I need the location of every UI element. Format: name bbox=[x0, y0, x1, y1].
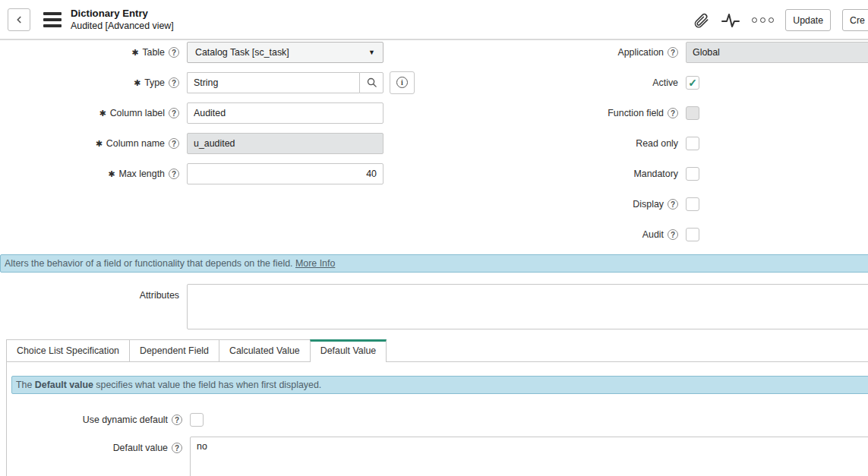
column-name-input bbox=[187, 133, 383, 154]
application-input bbox=[686, 42, 868, 63]
audit-row: Audit ? bbox=[383, 224, 868, 245]
help-icon[interactable]: ? bbox=[172, 415, 182, 425]
active-label: Active bbox=[652, 77, 678, 88]
display-checkbox[interactable] bbox=[686, 197, 699, 211]
attributes-row: Attributes bbox=[0, 284, 868, 329]
help-icon[interactable]: ? bbox=[668, 229, 678, 240]
max-length-row: ✱ Max length ? bbox=[0, 163, 383, 184]
max-length-label: Max length bbox=[118, 169, 165, 179]
column-label-row: ✱ Column label ? bbox=[0, 102, 383, 124]
attachment-button[interactable] bbox=[693, 12, 709, 29]
default-value-row: Default value ? no bbox=[11, 437, 868, 476]
search-icon bbox=[366, 77, 377, 88]
read-only-checkbox[interactable] bbox=[686, 137, 699, 150]
read-only-row: Read only bbox=[383, 133, 868, 154]
tab-choice-list-specification[interactable]: Choice List Specification bbox=[6, 339, 130, 361]
read-only-label: Read only bbox=[636, 138, 678, 149]
table-select[interactable]: Catalog Task [sc_task] ▼ bbox=[187, 42, 383, 63]
display-label: Display bbox=[633, 199, 664, 210]
table-select-value: Catalog Task [sc_task] bbox=[195, 47, 289, 58]
required-asterisk: ✱ bbox=[96, 140, 103, 148]
default-value-info-banner: The Default value specifies what value t… bbox=[11, 376, 868, 394]
help-icon[interactable]: ? bbox=[169, 138, 179, 149]
help-icon[interactable]: ? bbox=[172, 443, 182, 453]
column-name-row: ✱ Column name ? bbox=[0, 133, 383, 154]
chevron-left-icon bbox=[14, 14, 24, 25]
audit-label: Audit bbox=[642, 229, 664, 240]
type-row: ✱ Type ? i bbox=[0, 72, 383, 93]
help-icon[interactable]: ? bbox=[668, 199, 678, 210]
type-label: Type bbox=[144, 77, 165, 88]
column-name-label: Column name bbox=[106, 138, 165, 149]
more-info-link[interactable]: More Info bbox=[295, 258, 335, 269]
table-row: ✱ Table ? Catalog Task [sc_task] ▼ bbox=[0, 42, 383, 63]
more-options-button[interactable] bbox=[752, 17, 774, 23]
dictionary-form: ✱ Table ? Catalog Task [sc_task] ▼ ✱ Typ… bbox=[0, 40, 868, 254]
application-row: Application ? bbox=[383, 42, 868, 63]
chevron-down-icon: ▼ bbox=[368, 49, 375, 56]
help-icon[interactable]: ? bbox=[169, 169, 179, 179]
help-icon[interactable]: ? bbox=[169, 47, 179, 58]
function-field-label: Function field bbox=[608, 108, 664, 118]
more-options-icon bbox=[752, 17, 774, 23]
default-value-panel: The Default value specifies what value t… bbox=[6, 362, 868, 476]
banner-text: Alters the behavior of a field or functi… bbox=[5, 258, 293, 269]
help-icon[interactable]: ? bbox=[668, 108, 678, 118]
page-subtitle: Audited [Advanced view] bbox=[71, 20, 174, 32]
back-button[interactable] bbox=[8, 8, 30, 31]
use-dynamic-default-label: Use dynamic default bbox=[83, 415, 168, 425]
context-menu-icon[interactable] bbox=[43, 12, 62, 27]
attributes-info-banner: Alters the behavior of a field or functi… bbox=[0, 254, 868, 273]
paperclip-icon bbox=[693, 12, 709, 29]
mandatory-checkbox[interactable] bbox=[686, 167, 699, 181]
active-row: Active ✓ bbox=[383, 72, 868, 93]
pulse-icon bbox=[721, 11, 740, 30]
header-actions: Update Cre bbox=[693, 0, 868, 40]
attributes-label: Attributes bbox=[140, 290, 179, 301]
help-icon[interactable]: ? bbox=[169, 108, 179, 118]
update-button[interactable]: Update bbox=[785, 9, 831, 31]
required-asterisk: ✱ bbox=[99, 109, 106, 118]
form-left-column: ✱ Table ? Catalog Task [sc_task] ▼ ✱ Typ… bbox=[0, 42, 383, 254]
use-dynamic-default-checkbox[interactable] bbox=[190, 413, 204, 427]
page-title: Dictionary Entry bbox=[71, 7, 174, 20]
form-right-column: Application ? Active ✓ Function field ? bbox=[383, 42, 868, 254]
type-input[interactable] bbox=[187, 72, 359, 93]
use-dynamic-default-row: Use dynamic default ? bbox=[11, 409, 868, 430]
function-field-checkbox bbox=[686, 106, 699, 120]
table-label: Table bbox=[142, 47, 165, 58]
required-asterisk: ✱ bbox=[134, 79, 140, 87]
attributes-textarea[interactable] bbox=[187, 284, 868, 329]
required-asterisk: ✱ bbox=[108, 170, 115, 178]
tab-default-value[interactable]: Default Value bbox=[310, 339, 387, 362]
banner-text: The bbox=[16, 380, 35, 390]
required-asterisk: ✱ bbox=[131, 49, 138, 57]
column-label-label: Column label bbox=[110, 108, 165, 118]
title-block: Dictionary Entry Audited [Advanced view] bbox=[71, 7, 174, 32]
tab-calculated-value[interactable]: Calculated Value bbox=[219, 339, 311, 361]
audit-checkbox[interactable] bbox=[686, 228, 699, 241]
type-lookup-button[interactable] bbox=[359, 72, 383, 93]
application-label: Application bbox=[617, 47, 664, 58]
tab-section: Choice List Specification Dependent Fiel… bbox=[0, 339, 868, 362]
tab-dependent-field[interactable]: Dependent Field bbox=[129, 339, 219, 361]
tabstrip: Choice List Specification Dependent Fiel… bbox=[6, 339, 868, 362]
mandatory-row: Mandatory bbox=[383, 163, 868, 184]
create-button[interactable]: Cre bbox=[842, 9, 868, 31]
activity-stream-button[interactable] bbox=[721, 11, 740, 30]
banner-text: specifies what value the field has when … bbox=[93, 380, 321, 390]
max-length-input[interactable] bbox=[187, 163, 383, 184]
display-row: Display ? bbox=[383, 194, 868, 215]
help-icon[interactable]: ? bbox=[169, 77, 179, 88]
banner-bold-text: Default value bbox=[35, 380, 93, 390]
help-icon[interactable]: ? bbox=[668, 47, 678, 58]
checkmark-icon: ✓ bbox=[688, 77, 697, 88]
column-label-input[interactable] bbox=[187, 102, 383, 124]
function-field-row: Function field ? bbox=[383, 102, 868, 124]
default-value-textarea[interactable]: no bbox=[190, 437, 868, 476]
mandatory-label: Mandatory bbox=[633, 169, 678, 179]
form-header: Dictionary Entry Audited [Advanced view]… bbox=[0, 0, 868, 40]
default-value-label: Default value bbox=[113, 443, 168, 453]
active-checkbox[interactable]: ✓ bbox=[686, 76, 699, 90]
